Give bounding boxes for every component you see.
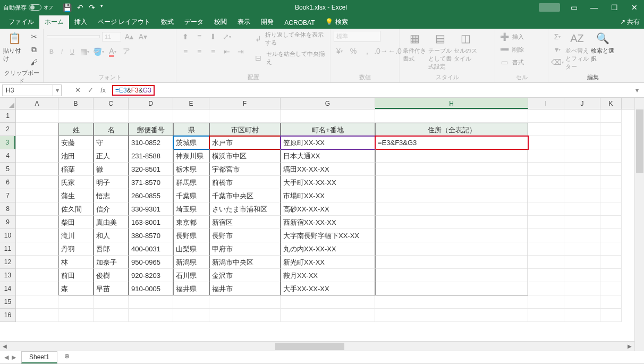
cell-K13[interactable]	[600, 269, 622, 282]
cell-I8[interactable]	[528, 202, 564, 216]
cell-G1[interactable]	[281, 109, 375, 123]
cell-F6[interactable]: 前橋市	[209, 176, 281, 189]
row-header-10[interactable]: 10	[0, 229, 15, 242]
cell-I9[interactable]	[528, 216, 564, 229]
cell-K2[interactable]	[600, 123, 622, 136]
cell-A8[interactable]	[16, 202, 58, 216]
cell-A9[interactable]	[16, 216, 58, 229]
cell-C14[interactable]: 早苗	[94, 282, 129, 295]
tab-home[interactable]: ホーム	[39, 15, 69, 29]
cell-E11[interactable]: 山梨県	[173, 242, 209, 256]
cell-H9[interactable]	[375, 216, 528, 229]
sort-filter-button[interactable]: AZ並べ替えとフィルター	[565, 31, 589, 71]
cut-icon[interactable]: ✂	[28, 31, 40, 43]
col-header-h[interactable]: H	[375, 98, 528, 109]
fill-icon[interactable]: ▾	[552, 44, 563, 55]
cell-K8[interactable]	[600, 202, 622, 216]
cell-C1[interactable]	[94, 109, 129, 123]
row-header-1[interactable]: 1	[0, 109, 15, 123]
insert-cells-icon[interactable]: ➕	[498, 31, 510, 43]
increase-decimal-icon[interactable]: .0→	[375, 45, 387, 57]
cell-J14[interactable]	[564, 282, 600, 295]
cell-K5[interactable]	[600, 163, 622, 176]
cell-E13[interactable]: 石川県	[173, 269, 209, 282]
redo-icon[interactable]: ↷	[89, 3, 95, 12]
cell-F9[interactable]: 新宿区	[209, 216, 281, 229]
cell-D7[interactable]: 260-0855	[129, 189, 173, 202]
cell-C8[interactable]: 信介	[94, 202, 129, 216]
cell-K11[interactable]	[600, 242, 622, 256]
sheet-nav-prev-icon[interactable]: ◀	[4, 354, 9, 361]
cell-I4[interactable]	[528, 149, 564, 163]
cell-E15[interactable]	[173, 295, 209, 309]
cell-C6[interactable]: 明子	[94, 176, 129, 189]
cell-A16[interactable]	[16, 309, 58, 322]
cell-G12[interactable]: 新光町XX-XX	[281, 256, 375, 269]
cell-J9[interactable]	[564, 216, 600, 229]
cell-J6[interactable]	[564, 176, 600, 189]
cell-D1[interactable]	[129, 109, 173, 123]
cell-G13[interactable]: 鞍月XX-XX	[281, 269, 375, 282]
add-sheet-button[interactable]: ⊕	[62, 352, 72, 363]
cell-K4[interactable]	[600, 149, 622, 163]
cell-I5[interactable]	[528, 163, 564, 176]
cell-H13[interactable]	[375, 269, 528, 282]
tab-view[interactable]: 表示	[232, 15, 256, 29]
cell-F11[interactable]: 甲府市	[209, 242, 281, 256]
decrease-decimal-icon[interactable]: ←.0	[389, 45, 401, 57]
cell-C12[interactable]: 加奈子	[94, 256, 129, 269]
cell-A1[interactable]	[16, 109, 58, 123]
cell-G4[interactable]: 日本大通XX	[281, 149, 375, 163]
cell-G6[interactable]: 大手町XX-XX-XX	[281, 176, 375, 189]
clear-icon[interactable]: ⌫	[552, 56, 563, 68]
cancel-formula-button[interactable]: ✕	[71, 86, 84, 94]
find-select-button[interactable]: 🔍検索と選択	[591, 31, 614, 63]
delete-cells-icon[interactable]: ➖	[498, 44, 510, 55]
col-header-c[interactable]: C	[94, 98, 129, 109]
format-painter-icon[interactable]: 🖌	[28, 56, 40, 68]
row-header-2[interactable]: 2	[0, 123, 15, 136]
cell-styles-button[interactable]: ◫セルのスタイル	[454, 31, 477, 63]
cell-F13[interactable]: 金沢市	[209, 269, 281, 282]
cell-B4[interactable]: 池田	[58, 149, 94, 163]
fx-button[interactable]: fx	[97, 86, 109, 94]
cell-D12[interactable]: 950-0965	[129, 256, 173, 269]
cell-A13[interactable]	[16, 269, 58, 282]
tab-data[interactable]: データ	[179, 15, 209, 29]
copy-icon[interactable]: ⧉	[28, 44, 40, 55]
cell-H5[interactable]	[375, 163, 528, 176]
cell-F10[interactable]: 長野市	[209, 229, 281, 242]
cell-D3[interactable]: 310-0852	[129, 136, 173, 149]
cell-F12[interactable]: 新潟市中央区	[209, 256, 281, 269]
row-header-9[interactable]: 9	[0, 216, 15, 229]
row-header-8[interactable]: 8	[0, 202, 15, 216]
name-box-dropdown[interactable]: ▾	[53, 84, 62, 96]
cell-J4[interactable]	[564, 149, 600, 163]
cell-H3[interactable]: =E3&F3&G3	[375, 136, 528, 149]
cell-K15[interactable]	[600, 295, 622, 309]
cell-B13[interactable]: 前田	[58, 269, 94, 282]
cell-A6[interactable]	[16, 176, 58, 189]
hscroll-thumb[interactable]	[275, 343, 344, 350]
cell-E4[interactable]: 神奈川県	[173, 149, 209, 163]
cell-J1[interactable]	[564, 109, 600, 123]
cell-B5[interactable]: 稲葉	[58, 163, 94, 176]
cell-E6[interactable]: 群馬県	[173, 176, 209, 189]
cell-H2[interactable]: 住所（全表記）	[375, 123, 528, 136]
cell-K6[interactable]	[600, 176, 622, 189]
align-center-icon[interactable]: ≡	[193, 46, 205, 57]
vscroll-thumb[interactable]	[636, 109, 643, 173]
cell-J8[interactable]	[564, 202, 600, 216]
cell-C5[interactable]: 徹	[94, 163, 129, 176]
cell-K7[interactable]	[600, 189, 622, 202]
cell-A15[interactable]	[16, 295, 58, 309]
cell-D9[interactable]: 163-8001	[129, 216, 173, 229]
tab-search[interactable]: 💡 検索	[320, 15, 353, 29]
cell-H14[interactable]	[375, 282, 528, 295]
cell-I3[interactable]	[528, 136, 564, 149]
hscroll-left-icon[interactable]: ◀	[0, 342, 10, 351]
col-header-k[interactable]: K	[600, 98, 622, 109]
cell-K12[interactable]	[600, 256, 622, 269]
cell-G10[interactable]: 大字南長野字幅下XX-XX	[281, 229, 375, 242]
row-header-16[interactable]: 16	[0, 309, 15, 322]
